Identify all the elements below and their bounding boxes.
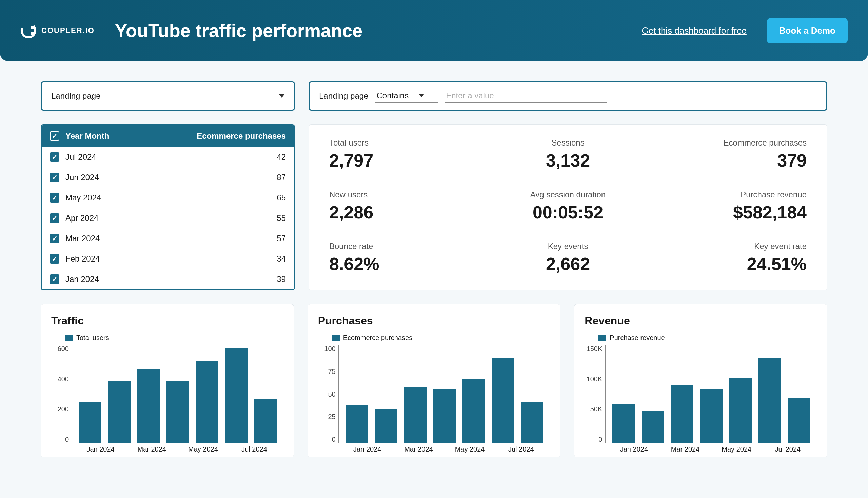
chart-plot: 6004002000Jan 2024Mar 2024May 2024Jul 20… bbox=[51, 345, 283, 454]
y-tick-label: 75 bbox=[328, 368, 335, 376]
y-tick-label: 100 bbox=[324, 345, 335, 353]
filter-operator-value: Contains bbox=[376, 91, 409, 101]
row-month-label: Jun 2024 bbox=[65, 173, 99, 182]
x-tick-label: Mar 2024 bbox=[393, 445, 444, 453]
filter-value-input[interactable] bbox=[444, 89, 607, 103]
dimension-select[interactable]: Landing page bbox=[41, 81, 295, 110]
filter-operator-select[interactable]: Contains bbox=[375, 89, 438, 103]
x-tick-label: Jan 2024 bbox=[608, 445, 659, 453]
x-tick-label: Jul 2024 bbox=[762, 445, 813, 453]
charts-row: TrafficTotal users6004002000Jan 2024Mar … bbox=[41, 304, 827, 457]
row-checkbox[interactable] bbox=[50, 152, 59, 162]
x-tick-label: Jan 2024 bbox=[75, 445, 126, 453]
metric-label: Avg session duration bbox=[488, 190, 647, 199]
table-row[interactable]: Apr 202455 bbox=[42, 208, 294, 228]
month-table: Year Month Ecommerce purchases Jul 20244… bbox=[41, 124, 295, 290]
row-checkbox[interactable] bbox=[50, 254, 59, 264]
filter-condition: Landing page Contains bbox=[309, 81, 827, 110]
x-axis: Jan 2024Mar 2024May 2024Jul 2024 bbox=[71, 443, 283, 453]
book-demo-button[interactable]: Book a Demo bbox=[767, 18, 847, 43]
table-row[interactable]: Jul 202442 bbox=[42, 147, 294, 167]
chart-card: PurchasesEcommerce purchases1007550250Ja… bbox=[308, 304, 561, 457]
row-month-label: Jan 2024 bbox=[65, 274, 99, 284]
table-row[interactable]: Jun 202487 bbox=[42, 167, 294, 187]
legend-label: Purchase revenue bbox=[610, 334, 665, 342]
x-tick-label: Mar 2024 bbox=[126, 445, 177, 453]
table-row[interactable]: May 202465 bbox=[42, 187, 294, 208]
row-checkbox[interactable] bbox=[50, 173, 59, 182]
row-checkbox[interactable] bbox=[50, 213, 59, 223]
metric-value: 2,286 bbox=[329, 202, 488, 223]
metric-value: 00:05:52 bbox=[488, 202, 647, 223]
y-tick-label: 400 bbox=[58, 375, 69, 383]
chart-bar bbox=[671, 385, 693, 443]
svg-rect-2 bbox=[30, 32, 34, 35]
metric-value: 2,662 bbox=[488, 254, 647, 274]
col-header-month: Year Month bbox=[65, 131, 109, 141]
metric-label: Key events bbox=[488, 241, 647, 251]
chart-card: RevenuePurchase revenue150K100K50K0Jan 2… bbox=[574, 304, 827, 457]
legend-swatch bbox=[65, 335, 73, 341]
legend-swatch bbox=[598, 335, 606, 341]
svg-rect-1 bbox=[30, 26, 34, 29]
y-axis: 6004002000 bbox=[51, 345, 71, 443]
table-row[interactable]: Feb 202434 bbox=[42, 249, 294, 269]
brand-name: COUPLER.IO bbox=[41, 26, 95, 35]
chart-bar bbox=[254, 398, 276, 443]
select-all-checkbox[interactable] bbox=[50, 131, 59, 141]
metric-value: 8.62% bbox=[329, 254, 488, 274]
row-checkbox[interactable] bbox=[50, 234, 59, 243]
metric-value: 2,797 bbox=[329, 150, 488, 171]
app-header: COUPLER.IO YouTube traffic performance G… bbox=[0, 0, 868, 61]
metric-label: Total users bbox=[329, 138, 488, 147]
chart-bar bbox=[108, 381, 131, 443]
row-checkbox[interactable] bbox=[50, 193, 59, 202]
metric-value: 24.51% bbox=[647, 254, 806, 274]
y-tick-label: 150K bbox=[587, 345, 602, 353]
metric: Purchase revenue$582,184 bbox=[647, 190, 806, 225]
row-month-label: Jul 2024 bbox=[65, 152, 96, 162]
y-axis: 1007550250 bbox=[318, 345, 338, 443]
chart-bar bbox=[79, 402, 102, 443]
metrics-card: Total users2,797Sessions3,132Ecommerce p… bbox=[309, 124, 827, 290]
x-tick-label: Jul 2024 bbox=[495, 445, 547, 453]
chart-bar bbox=[612, 404, 635, 443]
row-checkbox[interactable] bbox=[50, 274, 59, 284]
metric: Total users2,797 bbox=[329, 138, 488, 173]
x-tick-label: May 2024 bbox=[177, 445, 228, 453]
chart-bar bbox=[137, 369, 160, 443]
metric-value: 379 bbox=[647, 150, 806, 171]
metric-label: Sessions bbox=[488, 138, 647, 147]
chart-bar bbox=[521, 402, 543, 443]
row-metric-value: 39 bbox=[277, 274, 286, 284]
metric-value: 3,132 bbox=[488, 150, 647, 171]
chart-bar bbox=[433, 389, 456, 443]
page-title: YouTube traffic performance bbox=[115, 20, 622, 41]
metric: Bounce rate8.62% bbox=[329, 241, 488, 276]
chart-bar bbox=[463, 379, 485, 443]
chart-legend: Purchase revenue bbox=[598, 334, 817, 342]
metric-value: $582,184 bbox=[647, 202, 806, 223]
metric: Key events2,662 bbox=[488, 241, 647, 276]
table-row[interactable]: Mar 202457 bbox=[42, 228, 294, 249]
chart-title: Purchases bbox=[318, 314, 550, 327]
row-month-label: Apr 2024 bbox=[65, 213, 98, 223]
y-tick-label: 100K bbox=[587, 375, 602, 383]
table-row[interactable]: Jan 202439 bbox=[42, 269, 294, 289]
x-tick-label: May 2024 bbox=[711, 445, 762, 453]
legend-label: Total users bbox=[76, 334, 109, 342]
get-dashboard-link[interactable]: Get this dashboard for free bbox=[642, 25, 747, 36]
legend-swatch bbox=[332, 335, 340, 341]
row-metric-value: 42 bbox=[277, 152, 286, 162]
plot-area bbox=[605, 345, 817, 443]
filter-dimension-label: Landing page bbox=[319, 91, 368, 101]
chart-bar bbox=[788, 398, 810, 443]
chart-legend: Total users bbox=[65, 334, 283, 342]
row-metric-value: 65 bbox=[277, 193, 286, 202]
caret-down-icon bbox=[279, 94, 284, 98]
brand-logo: COUPLER.IO bbox=[21, 22, 95, 39]
coupler-logo-icon bbox=[21, 22, 37, 39]
metric-label: Ecommerce purchases bbox=[647, 138, 806, 147]
chart-card: TrafficTotal users6004002000Jan 2024Mar … bbox=[41, 304, 294, 457]
metric-label: Bounce rate bbox=[329, 241, 488, 251]
